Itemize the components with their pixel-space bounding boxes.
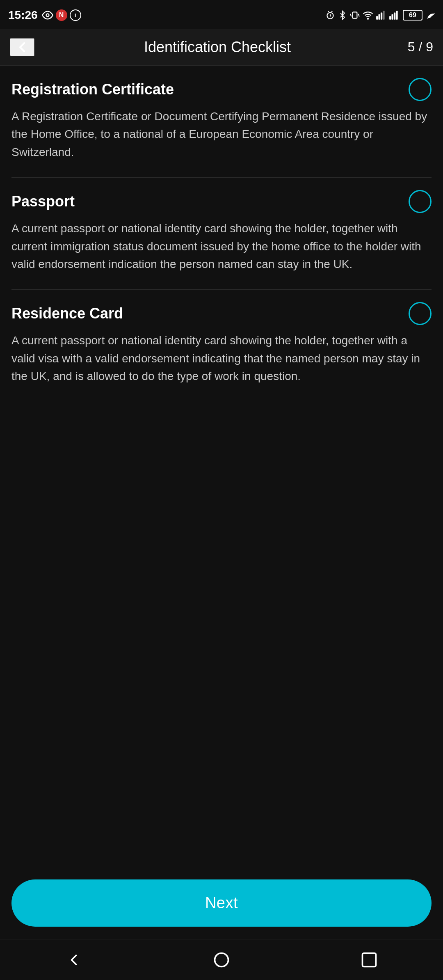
checklist-item-residence: Residence Card A current passport or nat…: [11, 302, 432, 385]
svg-line-2: [328, 11, 329, 12]
eye-icon: [42, 9, 53, 21]
svg-rect-8: [383, 11, 384, 20]
status-time: 15:26: [8, 9, 38, 22]
checklist-item-header-passport: Passport: [11, 190, 432, 213]
svg-rect-6: [379, 14, 380, 20]
bottom-area: Next: [0, 870, 443, 939]
checklist-desc-residence: A current passport or national identity …: [11, 332, 432, 385]
spacer: [0, 636, 443, 870]
checklist-item-passport: Passport A current passport or national …: [11, 190, 432, 273]
wifi-icon: [363, 10, 373, 21]
page-progress: 5 / 9: [400, 39, 433, 55]
svg-rect-14: [363, 953, 376, 966]
battery-indicator: 69: [403, 10, 422, 21]
nav-recents-icon[interactable]: [360, 951, 378, 969]
info-icon: i: [70, 9, 81, 21]
svg-point-4: [368, 18, 368, 19]
status-icons: N i: [42, 9, 81, 21]
svg-rect-12: [396, 11, 397, 20]
checklist-desc-registration: A Registration Certificate or Document C…: [11, 108, 432, 161]
svg-rect-11: [394, 13, 395, 20]
status-right: 69: [325, 10, 435, 21]
alarm-icon: [325, 10, 336, 21]
svg-rect-10: [392, 14, 393, 20]
leaf-icon: [426, 10, 435, 21]
page-title: Identification Checklist: [34, 39, 400, 56]
divider-2: [11, 289, 432, 290]
checklist-item-header-registration: Registration Certificate: [11, 78, 432, 101]
svg-line-3: [331, 11, 332, 12]
nav-back-icon[interactable]: [65, 951, 83, 969]
svg-point-13: [215, 953, 228, 966]
svg-rect-7: [381, 13, 382, 20]
checklist-item-header-residence: Residence Card: [11, 302, 432, 325]
status-left: 15:26 N i: [8, 9, 81, 22]
checklist-circle-passport[interactable]: [409, 190, 432, 213]
battery-percent: 69: [409, 11, 416, 19]
back-button[interactable]: [10, 38, 34, 56]
divider-1: [11, 177, 432, 178]
signal2-icon: [389, 10, 400, 21]
next-button[interactable]: Next: [11, 879, 432, 927]
signal-icon: [376, 10, 386, 21]
main-content: Registration Certificate A Registration …: [0, 66, 443, 636]
checklist-title-registration: Registration Certificate: [11, 81, 402, 98]
status-bar: 15:26 N i: [0, 0, 443, 29]
svg-rect-9: [389, 16, 391, 20]
checklist-title-residence: Residence Card: [11, 305, 402, 322]
bluetooth-icon: [338, 10, 347, 21]
bottom-nav: [0, 939, 443, 980]
checklist-desc-passport: A current passport or national identity …: [11, 220, 432, 273]
app-header: Identification Checklist 5 / 9: [0, 29, 443, 66]
status-right-icons: [325, 10, 400, 21]
checklist-circle-registration[interactable]: [409, 78, 432, 101]
checklist-circle-residence[interactable]: [409, 302, 432, 325]
checklist-title-passport: Passport: [11, 193, 402, 210]
checklist-item-registration: Registration Certificate A Registration …: [11, 78, 432, 161]
svg-point-0: [46, 14, 49, 17]
vibrate-icon: [349, 10, 360, 21]
svg-rect-5: [376, 16, 378, 20]
n-icon: N: [56, 9, 67, 21]
nav-home-icon[interactable]: [212, 951, 231, 969]
